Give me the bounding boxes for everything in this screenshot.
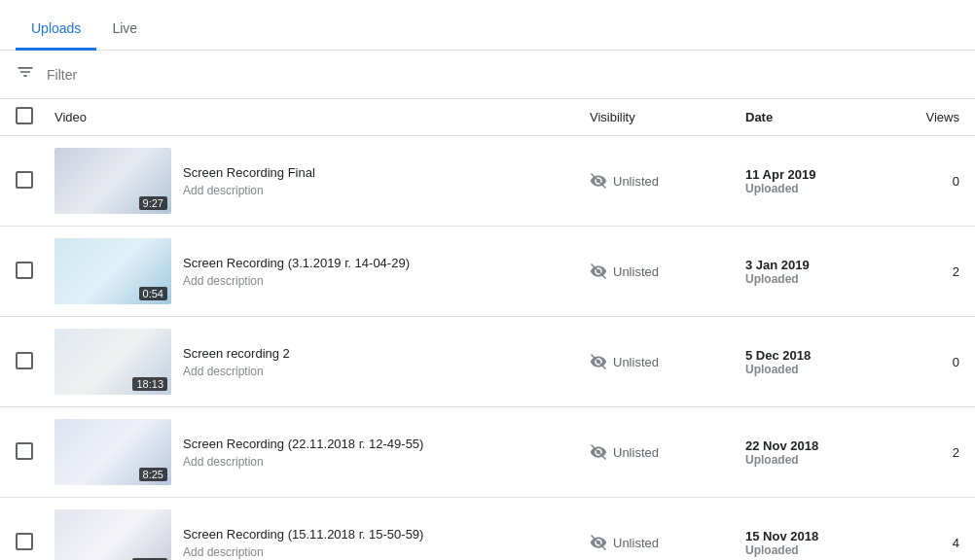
date-status: Uploaded — [745, 182, 882, 195]
row-checkbox-3[interactable] — [16, 352, 33, 369]
table-row: 0:54 Screen Recording (3.1.2019 г. 14-04… — [0, 227, 975, 317]
video-info: Screen Recording (22.11.2018 г. 12-49-55… — [183, 437, 423, 469]
table-row: 9:27 Screen Recording Final Add descript… — [0, 136, 975, 227]
video-thumbnail[interactable]: 8:25 — [54, 419, 171, 485]
row-views: 0 — [882, 355, 959, 369]
date-status: Uploaded — [745, 543, 882, 557]
row-visibility: Unlisted — [590, 353, 745, 370]
row-views: 0 — [882, 174, 959, 189]
visibility-label: Unlisted — [613, 536, 659, 550]
row-date: 15 Nov 2018 Uploaded — [745, 529, 882, 557]
table-row: 8:25 Screen Recording (22.11.2018 г. 12-… — [0, 407, 975, 498]
row-checkbox-2[interactable] — [16, 262, 33, 279]
unlisted-icon — [590, 534, 607, 551]
row-visibility: Unlisted — [590, 172, 745, 190]
video-thumbnail[interactable]: 0:54 — [54, 238, 171, 304]
date-status: Uploaded — [745, 453, 882, 467]
date-status: Uploaded — [745, 363, 882, 376]
tab-live[interactable]: Live — [96, 7, 153, 51]
row-checkbox-5[interactable] — [16, 533, 33, 550]
unlisted-icon — [590, 172, 607, 190]
video-duration: 9:27 — [139, 196, 167, 210]
video-duration: 0:54 — [139, 287, 167, 300]
row-views: 4 — [882, 536, 959, 550]
row-date: 11 Apr 2019 Uploaded — [745, 167, 882, 195]
table-body: 9:27 Screen Recording Final Add descript… — [0, 136, 975, 560]
tabs-container: Uploads Live — [0, 0, 975, 51]
row-date: 3 Jan 2019 Uploaded — [745, 258, 882, 286]
video-info: Screen Recording Final Add description — [183, 165, 315, 197]
visibility-label: Unlisted — [613, 264, 659, 279]
video-title[interactable]: Screen recording 2 — [183, 346, 290, 361]
unlisted-icon — [590, 262, 607, 280]
video-info: Screen Recording (3.1.2019 г. 14-04-29) … — [183, 256, 410, 288]
row-views: 2 — [882, 445, 959, 460]
video-duration: 18:13 — [132, 377, 167, 391]
video-description[interactable]: Add description — [183, 184, 315, 197]
video-description[interactable]: Add description — [183, 365, 290, 378]
header-views: Views — [882, 110, 959, 124]
row-date: 5 Dec 2018 Uploaded — [745, 348, 882, 376]
row-views: 2 — [882, 264, 959, 279]
date-main: 5 Dec 2018 — [745, 348, 882, 363]
header-date: Date — [745, 110, 882, 124]
date-status: Uploaded — [745, 272, 882, 286]
tab-uploads[interactable]: Uploads — [16, 7, 96, 51]
video-title[interactable]: Screen Recording (22.11.2018 г. 12-49-55… — [183, 437, 423, 451]
video-title[interactable]: Screen Recording (15.11.2018 г. 15-50-59… — [183, 527, 423, 542]
table-row: 10:12 Screen Recording (15.11.2018 г. 15… — [0, 498, 975, 560]
unlisted-icon — [590, 443, 607, 461]
video-description[interactable]: Add description — [183, 274, 410, 288]
video-title[interactable]: Screen Recording Final — [183, 165, 315, 180]
header-visibility: Visibility — [590, 110, 745, 124]
filter-bar — [0, 51, 975, 99]
filter-input[interactable] — [47, 67, 241, 83]
row-checkbox-1[interactable] — [16, 171, 33, 189]
date-main: 11 Apr 2019 — [745, 167, 882, 182]
video-title[interactable]: Screen Recording (3.1.2019 г. 14-04-29) — [183, 256, 410, 270]
unlisted-icon — [590, 353, 607, 370]
row-visibility: Unlisted — [590, 262, 745, 280]
video-thumbnail[interactable]: 18:13 — [54, 329, 171, 395]
date-main: 22 Nov 2018 — [745, 438, 882, 453]
visibility-label: Unlisted — [613, 355, 659, 369]
visibility-label: Unlisted — [613, 445, 659, 460]
visibility-label: Unlisted — [613, 174, 659, 189]
header-video: Video — [54, 110, 590, 124]
video-info: Screen Recording (15.11.2018 г. 15-50-59… — [183, 527, 423, 559]
video-description[interactable]: Add description — [183, 455, 423, 469]
video-thumbnail[interactable]: 9:27 — [54, 148, 171, 214]
row-visibility: Unlisted — [590, 534, 745, 551]
video-thumbnail[interactable]: 10:12 — [54, 509, 171, 560]
filter-icon — [16, 62, 35, 87]
row-visibility: Unlisted — [590, 443, 745, 461]
row-checkbox-4[interactable] — [16, 442, 33, 460]
date-main: 15 Nov 2018 — [745, 529, 882, 543]
select-all-checkbox[interactable] — [16, 107, 33, 124]
video-duration: 8:25 — [139, 468, 167, 481]
date-main: 3 Jan 2019 — [745, 258, 882, 272]
table-row: 18:13 Screen recording 2 Add description… — [0, 317, 975, 407]
video-info: Screen recording 2 Add description — [183, 346, 290, 378]
video-description[interactable]: Add description — [183, 545, 423, 559]
row-date: 22 Nov 2018 Uploaded — [745, 438, 882, 467]
table-header: Video Visibility Date Views — [0, 99, 975, 136]
